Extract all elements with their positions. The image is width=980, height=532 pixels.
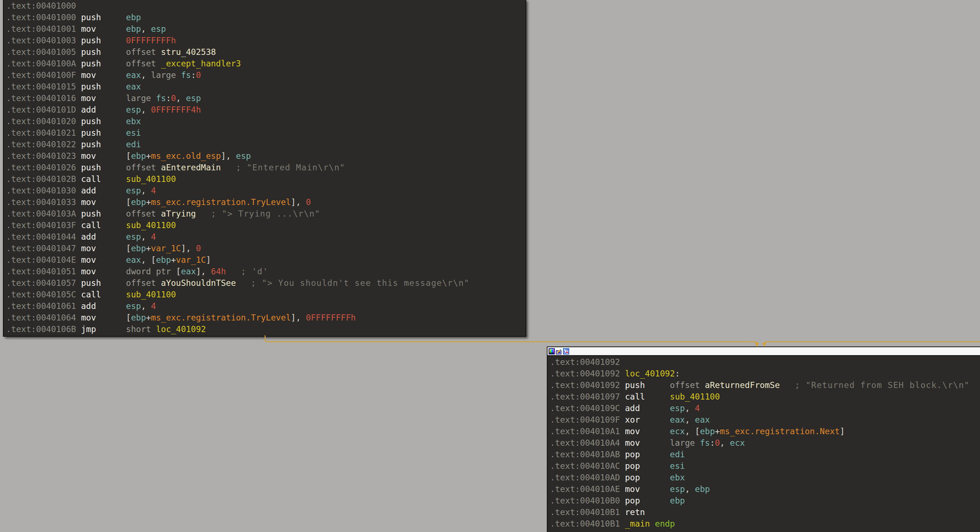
token-kw: large xyxy=(151,70,181,80)
token-pun: , xyxy=(141,105,151,115)
disasm-line[interactable]: .text:004010B1 xyxy=(550,529,980,532)
token-dname[interactable]: aYouShouldnTSee xyxy=(161,278,236,288)
token-addr: .text:004010B0 xyxy=(550,496,625,505)
token-imm: 4 xyxy=(151,301,156,311)
disasm-line[interactable]: .text:004010A1 mov ecx, [ebp+ms_exc.regi… xyxy=(550,425,980,437)
disasm-line[interactable]: .text:0040106B jmp short loc_401092 xyxy=(6,323,525,335)
token-addr: .text:00401092 xyxy=(550,381,625,390)
token-reg: ecx xyxy=(730,438,745,448)
disasm-line[interactable]: .text:004010A4 mov large fs:0, ecx xyxy=(550,437,980,449)
disasm-line[interactable]: .text:0040101D add esp, 0FFFFFFF4h xyxy=(6,104,525,116)
token-mem[interactable]: var_1C xyxy=(176,255,206,264)
token-name[interactable]: _except_handler3 xyxy=(161,59,241,68)
disasm-line[interactable]: .text:0040109C add esp, 4 xyxy=(550,403,980,414)
graph-canvas[interactable]: .text:00401000.text:00401000 push ebp.te… xyxy=(0,0,980,532)
disasm-line[interactable]: .text:00401023 mov [ebp+ms_exc.old_esp],… xyxy=(6,150,525,162)
token-pun: + xyxy=(146,313,151,322)
token-mem[interactable]: ms_exc.registration.TryLevel xyxy=(151,198,291,207)
disasm-line[interactable]: .text:00401047 mov [ebp+var_1C], 0 xyxy=(6,242,525,254)
token-reg: ebp xyxy=(126,13,141,22)
token-mem[interactable]: ms_exc.registration.Next xyxy=(720,427,840,436)
group-nodes-button[interactable] xyxy=(563,348,569,354)
token-addr: .text:00401047 xyxy=(6,244,81,253)
token-reg: ebp xyxy=(131,313,146,322)
disasm-line[interactable]: .text:00401021 push esi xyxy=(6,127,525,139)
disasm-line[interactable]: .text:00401003 push 0FFFFFFFFh xyxy=(6,35,525,46)
token-name[interactable]: sub_401100 xyxy=(126,174,176,184)
token-mn: pop xyxy=(625,473,670,482)
token-name[interactable]: loc_401092 xyxy=(156,325,205,334)
token-addr: .text:0040109C xyxy=(550,403,625,413)
token-name[interactable]: sub_401100 xyxy=(670,392,719,401)
token-name[interactable]: _main xyxy=(625,519,650,529)
disasm-line[interactable]: .text:004010B1 _main endp xyxy=(550,518,980,529)
token-imm: 0FFFFFFF4h xyxy=(151,105,201,115)
disasm-line[interactable]: .text:00401016 mov large fs:0, esp xyxy=(6,92,525,104)
disasm-line[interactable]: .text:004010AE mov esp, ebp xyxy=(550,483,980,495)
disasm-line[interactable]: .text:00401020 push ebx xyxy=(6,116,525,127)
token-reg: esp xyxy=(151,24,166,33)
disasm-line[interactable]: .text:00401064 mov [ebp+ms_exc.registrat… xyxy=(6,312,525,323)
token-name[interactable]: sub_401100 xyxy=(126,290,176,299)
token-reg: esi xyxy=(126,128,141,137)
token-addr: .text:004010B1 xyxy=(550,519,625,529)
token-dname[interactable]: aReturnedFromSe xyxy=(705,381,780,390)
token-pun: ], xyxy=(181,244,196,253)
disasm-line[interactable]: .text:00401005 push offset stru_402538 xyxy=(6,46,525,58)
token-mem[interactable]: ms_exc.old_esp xyxy=(151,151,221,161)
disasm-line[interactable]: .text:00401097 call sub_401100 xyxy=(550,391,980,403)
graph-node-block-00401000[interactable]: .text:00401000.text:00401000 push ebp.te… xyxy=(3,0,526,337)
disasm-line[interactable]: .text:00401092 xyxy=(550,356,980,368)
disasm-line[interactable]: .text:00401044 add esp, 4 xyxy=(6,231,525,242)
disasm-line[interactable]: .text:00401000 xyxy=(6,0,525,11)
disasm-line[interactable]: .text:0040102B call sub_401100 xyxy=(6,173,525,185)
token-mn: push xyxy=(81,140,126,149)
token-mn: mov xyxy=(625,484,670,494)
disasm-line[interactable]: .text:00401033 mov [ebp+ms_exc.registrat… xyxy=(6,196,525,208)
disasm-line[interactable]: .text:004010B1 retn xyxy=(550,507,980,518)
token-pun: + xyxy=(146,151,151,161)
disasm-line[interactable]: .text:00401061 add esp, 4 xyxy=(6,300,525,312)
token-mn: push xyxy=(81,278,126,288)
token-imm: 64h xyxy=(211,267,226,276)
disasm-line[interactable]: .text:00401000 push ebp xyxy=(6,11,525,23)
disasm-line[interactable]: .text:0040103F call sub_401100 xyxy=(6,220,525,231)
disasm-line[interactable]: .text:0040103A push offset aTrying ; "> … xyxy=(6,208,525,220)
disasm-line[interactable]: .text:00401057 push offset aYouShouldnTS… xyxy=(6,277,525,289)
token-dname[interactable]: aTrying xyxy=(161,209,196,218)
graph-node-block-00401092[interactable]: .text:00401092.text:00401092 loc_401092:… xyxy=(547,347,980,532)
token-cmt: ; "Returned from SEH block.\r\n" xyxy=(795,381,970,390)
token-name[interactable]: loc_401092 xyxy=(625,369,675,378)
token-pun: , xyxy=(141,232,151,242)
token-reg: fs xyxy=(156,94,166,103)
disasm-line[interactable]: .text:00401092 loc_401092: xyxy=(550,368,980,379)
disasm-line[interactable]: .text:0040100A push offset _except_handl… xyxy=(6,58,525,69)
disasm-line[interactable]: .text:0040109F xor eax, eax xyxy=(550,414,980,425)
set-node-color-button[interactable] xyxy=(549,348,555,354)
token-reg: ebx xyxy=(126,116,141,126)
token-mem[interactable]: var_1C xyxy=(151,244,181,253)
disasm-line[interactable]: .text:00401030 add esp, 4 xyxy=(6,185,525,196)
disasm-line[interactable]: .text:00401015 push eax xyxy=(6,81,525,92)
disasm-line[interactable]: .text:00401026 push offset aEnteredMain … xyxy=(6,162,525,173)
token-addr: .text:00401021 xyxy=(6,128,81,137)
token-reg: eax xyxy=(126,70,141,80)
disasm-line[interactable]: .text:004010AB pop edi xyxy=(550,449,980,460)
disasm-line[interactable]: .text:0040104E mov eax, [ebp+var_1C] xyxy=(6,254,525,266)
token-addr: .text:00401044 xyxy=(6,232,81,242)
disasm-line[interactable]: .text:004010AC pop esi xyxy=(550,460,980,472)
token-dname[interactable]: stru_402538 xyxy=(161,47,216,57)
disasm-line[interactable]: .text:00401051 mov dword ptr [eax], 64h … xyxy=(6,266,525,277)
disasm-line[interactable]: .text:00401092 push offset aReturnedFrom… xyxy=(550,379,980,391)
token-name[interactable]: sub_401100 xyxy=(126,220,176,230)
token-dname[interactable]: aEnteredMain xyxy=(161,163,221,172)
disasm-line[interactable]: .text:0040100F mov eax, large fs:0 xyxy=(6,69,525,81)
disasm-line[interactable]: .text:004010AD pop ebx xyxy=(550,472,980,483)
disasm-line[interactable]: .text:004010B0 pop ebp xyxy=(550,495,980,507)
token-mem[interactable]: ms_exc.registration.TryLevel xyxy=(151,313,291,322)
edit-node-button[interactable] xyxy=(556,348,562,354)
token-mn: push xyxy=(625,381,670,390)
disasm-line[interactable]: .text:00401022 push edi xyxy=(6,139,525,150)
disasm-line[interactable]: .text:0040105C call sub_401100 xyxy=(6,289,525,300)
disasm-line[interactable]: .text:00401001 mov ebp, esp xyxy=(6,23,525,35)
